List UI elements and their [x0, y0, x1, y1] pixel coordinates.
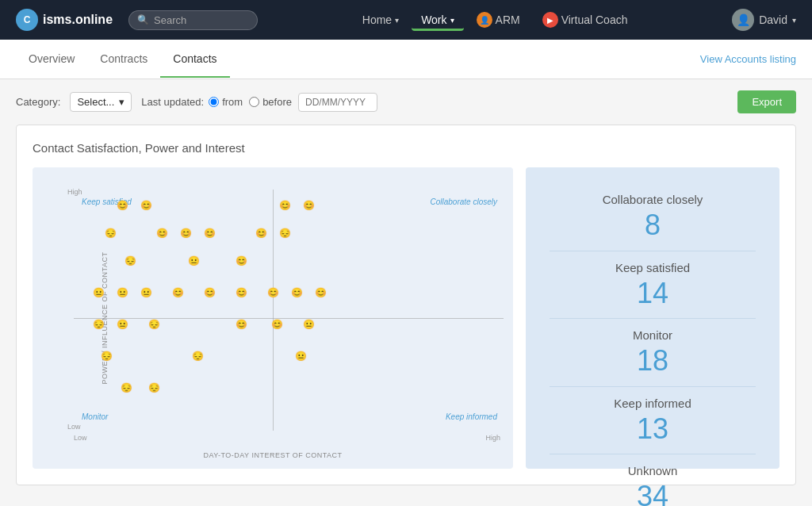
smiley-dot: 😔	[120, 381, 132, 394]
smiley-dot: 😊	[171, 286, 184, 299]
chevron-down-icon: ▾	[792, 16, 796, 25]
smiley-dot: 😊	[314, 286, 327, 299]
nav-work-label: Work	[421, 13, 446, 26]
stat-unknown: Unknown 34	[550, 454, 756, 506]
smiley-dot: 😊	[235, 255, 247, 267]
smiley-dot: 😔	[124, 255, 136, 267]
smiley-dot: 😔	[278, 227, 291, 240]
smiley-dot: 😔	[147, 381, 160, 394]
stat-keep-satisfied: Keep satisfied 14	[550, 251, 756, 320]
chart-card: Contact Satisfaction, Power and Interest…	[16, 125, 796, 485]
smiley-dot: 😊	[255, 227, 267, 240]
chevron-down-icon: ▾	[395, 16, 399, 25]
quadrant-collaborate-closely: Collaborate closely	[431, 197, 498, 206]
nav-virtual-coach[interactable]: ▶ Virtual Coach	[533, 7, 638, 33]
smiley-dot: 😔	[92, 318, 105, 331]
search-icon: 🔍	[137, 14, 149, 25]
stat-value: 14	[550, 278, 756, 309]
nav-arm-label: ARM	[496, 13, 520, 26]
stat-label: Keep informed	[550, 397, 756, 410]
stat-value: 18	[550, 345, 756, 377]
smiley-dot: 😊	[290, 286, 303, 299]
smiley-dot: 😔	[147, 318, 160, 331]
smiley-dot: 😊	[155, 227, 168, 240]
username: David	[759, 13, 787, 26]
date-input[interactable]	[298, 93, 377, 112]
smiley-dot: 😊	[140, 199, 152, 212]
before-radio[interactable]	[249, 97, 259, 107]
smiley-dot: 😔	[100, 350, 113, 362]
nav-home[interactable]: Home ▾	[353, 9, 408, 31]
axis-high-y: High	[67, 188, 82, 196]
from-radio-label[interactable]: from	[209, 96, 243, 108]
stat-monitor: Monitor 18	[550, 319, 756, 387]
smiley-dot: 😔	[191, 350, 204, 362]
category-label: Category:	[16, 96, 60, 108]
smiley-dot: 😊	[203, 286, 216, 299]
stat-value: 13	[550, 413, 756, 445]
smiley-dot: 😐	[116, 318, 128, 331]
nav-work[interactable]: Work ▾	[412, 9, 463, 31]
main-content: Contact Satisfaction, Power and Interest…	[0, 125, 812, 506]
smiley-dot: 😊	[179, 227, 192, 240]
smiley-dot: 😊	[203, 227, 216, 240]
nav-vc-label: Virtual Coach	[561, 13, 628, 26]
smiley-dot: 😐	[187, 255, 200, 267]
last-updated: Last updated: from before	[141, 93, 377, 112]
toolbar: Category: Select... ▾ Last updated: from…	[0, 79, 812, 125]
brand[interactable]: C isms.online	[16, 9, 113, 31]
vc-icon: ▶	[542, 12, 558, 28]
quadrant-monitor: Monitor	[82, 412, 108, 421]
smiley-dot: 😔	[104, 227, 117, 240]
brand-name: isms.online	[43, 13, 113, 27]
smiley-dot: 😊	[270, 318, 283, 331]
from-label: from	[222, 96, 243, 108]
avatar: 👤	[732, 9, 754, 31]
tab-overview[interactable]: Overview	[16, 41, 87, 78]
category-select-value: Select...	[77, 96, 114, 108]
before-radio-label[interactable]: before	[249, 96, 292, 108]
stat-label: Monitor	[550, 328, 756, 342]
last-updated-label: Last updated:	[141, 96, 204, 108]
stats-panel: Collaborate closely 8 Keep satisfied 14 …	[526, 167, 779, 469]
axis-low-y: Low	[67, 423, 81, 431]
search-box[interactable]: 🔍	[128, 10, 258, 30]
navbar: C isms.online 🔍 Home ▾ Work ▾ 👤 ARM ▶ Vi…	[0, 0, 812, 40]
from-radio[interactable]	[209, 97, 219, 107]
smiley-dot: 😐	[92, 286, 105, 299]
export-button[interactable]: Export	[737, 90, 796, 113]
smiley-dot: 😐	[302, 318, 315, 331]
chevron-down-icon: ▾	[450, 16, 454, 25]
stat-label: Collaborate closely	[550, 193, 756, 206]
smiley-dot: 😊	[302, 199, 315, 212]
axis-high-x: High	[485, 434, 500, 442]
before-label: before	[262, 96, 292, 108]
category-select[interactable]: Select... ▾	[70, 92, 132, 112]
smiley-dot: 😊	[266, 286, 279, 299]
tab-contracts[interactable]: Contracts	[87, 41, 160, 78]
search-input[interactable]	[154, 14, 249, 26]
nav-home-label: Home	[362, 13, 392, 26]
radio-group: from before	[209, 93, 377, 112]
smiley-dot: 😐	[294, 350, 307, 362]
nav-arm[interactable]: 👤 ARM	[467, 7, 530, 33]
v-axis-line	[273, 190, 274, 431]
x-axis-label: DAY-TO-DAY INTEREST OF CONTACT	[203, 451, 342, 459]
h-axis-line	[74, 318, 504, 319]
arm-icon: 👤	[477, 12, 492, 28]
stat-collaborate-closely: Collaborate closely 8	[550, 183, 756, 251]
stat-value: 34	[550, 481, 756, 506]
stat-label: Unknown	[550, 464, 756, 477]
nav-links: Home ▾ Work ▾ 👤 ARM ▶ Virtual Coach	[274, 7, 716, 33]
nav-user[interactable]: 👤 David ▾	[732, 9, 796, 31]
stat-value: 8	[550, 209, 756, 241]
smiley-dot: 😐	[116, 286, 128, 299]
scatter-chart[interactable]: POWER / INFLUENCE OF CONTACT DAY-TO-DAY …	[33, 167, 513, 469]
sub-tabs: Overview Contracts Contacts View Account…	[0, 40, 812, 79]
smiley-dot: 😐	[140, 286, 152, 299]
tab-contacts[interactable]: Contacts	[160, 41, 229, 78]
axis-low-x: Low	[74, 434, 87, 442]
stat-label: Keep satisfied	[550, 261, 756, 274]
chart-title: Contact Satisfaction, Power and Interest	[33, 141, 779, 155]
view-accounts-link[interactable]: View Accounts listing	[700, 53, 796, 65]
